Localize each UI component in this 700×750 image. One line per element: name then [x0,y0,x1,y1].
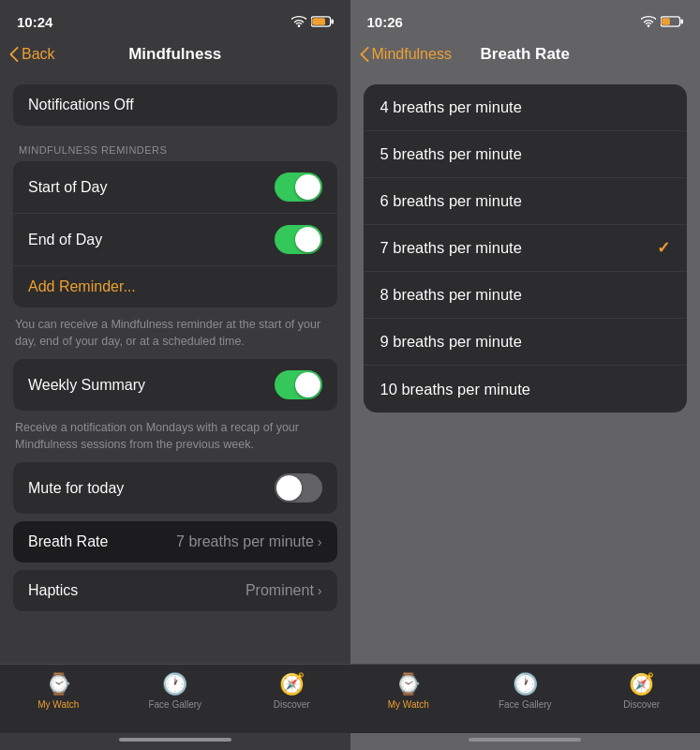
breath-rate-card[interactable]: Breath Rate 7 breaths per minute › [13,521,337,562]
weekly-summary-thumb [295,372,320,398]
picker-label-5bpm: 5 breaths per minute [380,145,522,163]
tab-face-gallery-label-left: Face Gallery [148,699,201,710]
status-icons-right [641,16,683,27]
end-of-day-thumb [295,227,320,252]
picker-row-6bpm[interactable]: 6 breaths per minute [364,178,688,225]
tab-my-watch-left[interactable]: ⌚ My Watch [0,672,117,710]
back-button-left[interactable]: Back [9,46,55,63]
face-gallery-icon-right: 🕐 [513,672,538,697]
left-panel: 10:24 Back Mindfulness Notifications Off [0,0,350,750]
mute-label: Mute for today [28,480,124,497]
picker-row-7bpm[interactable]: 7 breaths per minute ✓ [364,225,688,272]
weekly-summary-toggle[interactable] [275,370,322,399]
back-label-right: Mindfulness [372,46,452,63]
wifi-icon-right [641,16,656,27]
notifications-off-cell: Notifications Off [13,84,337,126]
tab-face-gallery-right[interactable]: 🕐 Face Gallery [467,672,584,710]
home-indicator-right [350,733,701,750]
start-of-day-toggle[interactable] [275,172,322,202]
haptics-label: Haptics [28,582,78,599]
end-of-day-toggle[interactable] [275,225,322,254]
tab-my-watch-right[interactable]: ⌚ My Watch [350,672,468,710]
picker-row-9bpm[interactable]: 9 breaths per minute [364,319,688,366]
picker-label-8bpm: 8 breaths per minute [380,286,522,304]
mute-cell[interactable]: Mute for today [13,462,337,514]
svg-rect-5 [662,18,670,25]
add-reminder-cell[interactable]: Add Reminder... [13,266,337,308]
reminders-hint: You can receive a Mindfulness reminder a… [0,311,350,359]
status-time-right: 10:26 [367,14,403,30]
picker-label-9bpm: 9 breaths per minute [380,333,522,351]
page-title-right: Breath Rate [481,45,570,64]
picker-label-6bpm: 6 breaths per minute [380,192,522,210]
face-gallery-icon: 🕐 [162,672,187,697]
status-bar-right: 10:26 [350,0,701,36]
breath-rate-picker: 4 breaths per minute 5 breaths per minut… [364,84,688,412]
end-of-day-label: End of Day [28,232,102,248]
back-label-left: Back [22,46,55,63]
add-reminder-label: Add Reminder... [28,278,136,295]
weekly-summary-cell[interactable]: Weekly Summary [13,359,337,411]
haptics-chevron: › [318,583,322,598]
battery-icon-right [661,16,683,27]
battery-icon [311,16,334,27]
svg-rect-1 [331,19,334,23]
back-button-right[interactable]: Mindfulness [360,46,452,63]
breath-rate-label: Breath Rate [28,533,108,550]
mute-group: Mute for today [13,462,337,514]
home-indicator-left [0,733,350,750]
home-bar-right [469,738,581,742]
home-bar-left [119,738,231,742]
my-watch-icon-right: ⌚ [395,672,421,697]
back-chevron-icon-right [360,47,369,62]
start-of-day-label: Start of Day [28,179,107,196]
wifi-icon [291,16,306,27]
back-chevron-icon [9,47,19,62]
tab-bar-right: ⌚ My Watch 🕐 Face Gallery 🧭 Discover [350,664,701,733]
svg-rect-4 [680,19,683,23]
tab-bar-left: ⌚ My Watch 🕐 Face Gallery 🧭 Discover [0,664,350,733]
tab-discover-right[interactable]: 🧭 Discover [584,672,701,710]
weekly-summary-group: Weekly Summary [13,359,337,411]
picker-row-8bpm[interactable]: 8 breaths per minute [364,272,688,319]
my-watch-icon: ⌚ [46,672,71,697]
picker-check-icon: ✓ [657,238,670,258]
start-of-day-thumb [295,174,320,200]
mute-thumb [276,475,302,501]
haptics-value: Prominent [246,582,314,599]
mute-toggle[interactable] [275,473,322,502]
status-time-left: 10:24 [17,14,52,30]
nav-bar-right: Mindfulness Breath Rate [350,36,701,77]
status-icons-left [291,16,334,27]
end-of-day-cell[interactable]: End of Day [13,214,337,266]
discover-icon-right: 🧭 [629,672,654,697]
haptics-cell[interactable]: Haptics Prominent › [13,570,337,611]
left-scroll: Notifications Off MINDFULNESS REMINDERS … [0,77,350,664]
weekly-summary-hint: Receive a notification on Mondays with a… [0,414,350,462]
picker-label-4bpm: 4 breaths per minute [380,98,522,116]
picker-row-5bpm[interactable]: 5 breaths per minute [364,131,688,178]
svg-rect-2 [312,18,325,25]
right-scroll: 4 breaths per minute 5 breaths per minut… [350,77,701,664]
tab-discover-label-left: Discover [274,699,310,710]
page-title-left: Mindfulness [128,45,221,64]
reminders-group: Start of Day End of Day Add Reminder... [13,161,337,308]
status-bar-left: 10:24 [0,0,350,36]
breath-rate-cell[interactable]: Breath Rate 7 breaths per minute › [13,521,337,562]
tab-discover-left[interactable]: 🧭 Discover [233,672,350,710]
haptics-value-group: Prominent › [246,582,322,599]
reminders-section-label: MINDFULNESS REMINDERS [0,129,350,161]
picker-row-10bpm[interactable]: 10 breaths per minute [364,366,688,412]
tab-my-watch-label-right: My Watch [388,699,429,710]
picker-row-4bpm[interactable]: 4 breaths per minute [364,84,688,131]
tab-face-gallery-left[interactable]: 🕐 Face Gallery [117,672,234,710]
tab-face-gallery-label-right: Face Gallery [499,699,552,710]
tab-discover-label-right: Discover [623,699,660,710]
right-panel: 10:26 Mindfulness Breath Rate 4 breaths … [350,0,701,750]
weekly-summary-label: Weekly Summary [28,377,145,394]
nav-bar-left: Back Mindfulness [0,36,350,77]
breath-rate-chevron: › [318,534,322,549]
picker-label-10bpm: 10 breaths per minute [380,381,531,398]
start-of-day-cell[interactable]: Start of Day [13,161,337,214]
notifications-off-label: Notifications Off [28,97,134,113]
